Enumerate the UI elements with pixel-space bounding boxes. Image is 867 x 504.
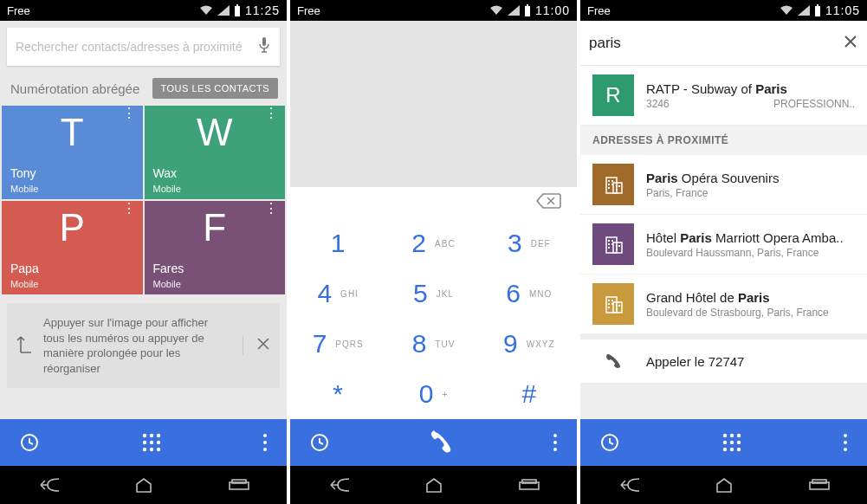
back-button[interactable] (37, 477, 60, 493)
svg-rect-41 (613, 242, 622, 253)
carrier-label: Free (7, 4, 30, 17)
dialpad-icon[interactable] (620, 430, 843, 455)
svg-point-67 (722, 448, 726, 451)
svg-rect-20 (525, 6, 530, 16)
dialpad-key-2[interactable]: 2ABC (385, 218, 481, 268)
clear-icon[interactable] (843, 34, 858, 53)
svg-point-71 (844, 441, 847, 444)
call-button[interactable] (330, 429, 553, 456)
tile-overflow-icon[interactable]: ⋮ (122, 111, 136, 116)
svg-rect-0 (235, 6, 240, 16)
dialpad-key-8[interactable]: 8TUV (385, 319, 481, 369)
home-button[interactable] (134, 477, 153, 493)
svg-rect-74 (812, 480, 826, 483)
dialpad-key-1[interactable]: 1 (290, 218, 385, 268)
battery-icon (234, 4, 241, 16)
recents-button[interactable] (809, 478, 830, 492)
home-button[interactable] (424, 477, 443, 493)
svg-rect-45 (611, 243, 613, 245)
backspace-icon[interactable] (535, 192, 561, 213)
recents-button[interactable] (229, 478, 249, 492)
svg-point-14 (156, 448, 159, 451)
signal-icon (217, 5, 230, 16)
svg-rect-34 (608, 184, 610, 185)
result-contact[interactable]: R RATP - Subway of Paris 3246PROFESSIONN… (580, 66, 867, 126)
tile-initial: W (197, 111, 233, 154)
speed-dial-tile[interactable]: ⋮WWaxMobile (145, 106, 286, 199)
history-icon[interactable] (19, 432, 40, 453)
overflow-icon[interactable] (553, 433, 558, 452)
dialpad-key-7[interactable]: 7PQRS (290, 319, 385, 369)
back-button[interactable] (327, 477, 350, 493)
tile-subtitle: Mobile (153, 279, 181, 289)
wifi-icon (489, 5, 503, 16)
dialpad-key-*[interactable]: * (290, 369, 385, 419)
svg-rect-52 (608, 300, 610, 301)
dialpad-key-#[interactable]: # (482, 369, 577, 419)
svg-rect-49 (616, 249, 618, 250)
result-place[interactable]: Grand Hôtel de ParisBoulevard de Strasbo… (580, 275, 867, 334)
svg-point-24 (553, 441, 557, 444)
svg-point-8 (156, 434, 159, 437)
speed-dial-tile[interactable]: ⋮PPapaMobile (2, 201, 143, 294)
battery-icon (524, 4, 531, 16)
search-input[interactable] (16, 40, 257, 54)
result-place[interactable]: Hôtel Paris Marriott Opera Amba..Bouleva… (580, 215, 867, 275)
svg-rect-2 (262, 37, 266, 46)
contact-avatar: R (592, 74, 634, 116)
search-input[interactable] (589, 35, 843, 52)
mic-icon[interactable] (257, 36, 271, 57)
hint-dismiss-button[interactable] (243, 336, 271, 356)
dialpad-icon[interactable] (40, 430, 262, 455)
status-bar: Free 11:05 (580, 0, 867, 21)
svg-point-23 (553, 434, 557, 437)
svg-rect-46 (608, 247, 610, 249)
result-place[interactable]: Paris Opéra SouvenirsParis, France (580, 155, 867, 215)
all-contacts-chip[interactable]: TOUS LES CONTACTS (152, 78, 278, 99)
overflow-icon[interactable] (843, 433, 848, 452)
history-icon[interactable] (599, 432, 620, 453)
tile-overflow-icon[interactable]: ⋮ (122, 206, 136, 211)
dialpad-key-0[interactable]: 0+ (385, 369, 481, 419)
tile-overflow-icon[interactable]: ⋮ (264, 111, 278, 116)
system-nav-bar (290, 466, 577, 504)
search-results: R RATP - Subway of Paris 3246PROFESSIONN… (580, 66, 867, 419)
back-button[interactable] (618, 477, 640, 493)
dialpad-key-3[interactable]: 3DEF (482, 218, 577, 268)
building-icon (592, 223, 634, 265)
speed-dial-header: Numérotation abrégée TOUS LES CONTACTS (0, 73, 287, 106)
overflow-icon[interactable] (262, 433, 268, 452)
call-number-row[interactable]: Appeler le 72747 (580, 339, 867, 383)
tile-subtitle: Mobile (153, 184, 181, 194)
home-button[interactable] (715, 477, 734, 493)
svg-point-7 (149, 434, 152, 437)
svg-rect-32 (608, 180, 610, 182)
svg-rect-47 (616, 245, 618, 247)
status-bar: Free 11:00 (290, 0, 577, 21)
svg-rect-56 (608, 307, 610, 308)
svg-rect-29 (817, 4, 818, 6)
speed-dial-tile[interactable]: ⋮TTonyMobile (2, 106, 143, 199)
dialpad-key-4[interactable]: 4GHI (290, 268, 385, 319)
svg-point-65 (729, 441, 733, 444)
svg-rect-39 (616, 189, 618, 191)
result-title: RATP - Subway of Paris (646, 81, 855, 96)
speed-dial-tile[interactable]: ⋮FFaresMobile (145, 201, 286, 294)
history-icon[interactable] (309, 432, 330, 453)
dialpad-key-9[interactable]: 9WXYZ (482, 319, 577, 369)
svg-rect-28 (815, 6, 820, 16)
svg-point-25 (553, 448, 557, 451)
tile-subtitle: Mobile (10, 184, 38, 194)
search-bar[interactable] (7, 28, 280, 66)
result-subtitle: 3246PROFESSIONN.. (646, 98, 855, 110)
wifi-icon (199, 5, 213, 16)
svg-rect-42 (608, 240, 610, 242)
recents-button[interactable] (519, 478, 540, 492)
svg-point-11 (156, 441, 159, 444)
status-bar: Free 11:25 (0, 0, 287, 21)
dialpad-key-6[interactable]: 6MNO (482, 268, 577, 319)
building-icon (592, 164, 634, 205)
tile-overflow-icon[interactable]: ⋮ (264, 206, 278, 211)
dialpad-key-5[interactable]: 5JKL (385, 268, 481, 319)
search-bar[interactable] (580, 21, 867, 66)
